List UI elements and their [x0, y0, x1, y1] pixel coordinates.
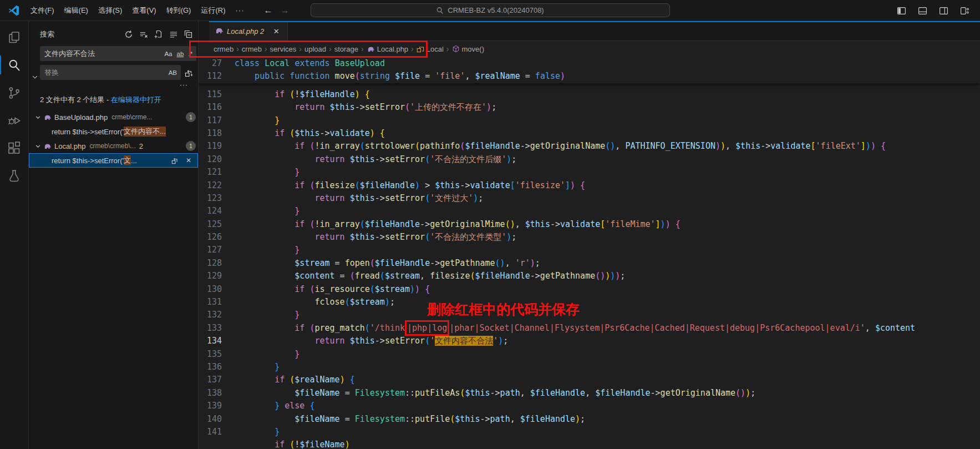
line-number[interactable]: 139	[199, 400, 222, 412]
sticky-scroll[interactable]: 27class Local extends BaseUpload112publi…	[199, 57, 980, 83]
match-case-icon[interactable]: Aa	[163, 49, 174, 58]
code-line-116[interactable]: 116return $this->setError('上传的文件不存在');	[199, 101, 980, 114]
open-in-editor-link[interactable]: 在编辑器中打开	[111, 95, 161, 104]
clear-results-icon[interactable]	[138, 28, 150, 41]
breadcrumb-item-crmeb[interactable]: crmeb	[242, 45, 262, 53]
dismiss-match-icon[interactable]: ✕	[184, 155, 194, 165]
line-number[interactable]: 137	[199, 374, 222, 386]
line-number[interactable]: 112	[199, 70, 222, 83]
line-number[interactable]: 123	[199, 192, 222, 205]
code-line-126[interactable]: 126return $this->setError('不合法的文件类型');	[199, 231, 980, 244]
line-number[interactable]: 126	[199, 231, 222, 244]
line-number[interactable]: 116	[199, 101, 222, 114]
code-line-135[interactable]: 135}	[199, 348, 980, 361]
line-number[interactable]: 140	[199, 413, 222, 426]
line-number[interactable]: 132	[199, 309, 222, 321]
line-number[interactable]: 27	[199, 57, 222, 70]
preserve-case-icon[interactable]: AB	[167, 68, 179, 77]
line-number[interactable]: 118	[199, 127, 222, 140]
code-line-115[interactable]: 115if (!$fileHandle) {	[199, 88, 980, 101]
code-line-118[interactable]: 118if ($this->validate) {	[199, 127, 980, 140]
breadcrumb-item-crmeb[interactable]: crmeb	[214, 45, 233, 53]
line-number[interactable]: 128	[199, 257, 222, 270]
source-control-icon[interactable]	[0, 79, 29, 107]
code-line-122[interactable]: 122if (filesize($fileHandle) > $this->va…	[199, 179, 980, 192]
code-line-121[interactable]: 121}	[199, 166, 980, 179]
whole-word-icon[interactable]: ab	[175, 49, 186, 58]
breadcrumb-item-localphp[interactable]: Local.php	[367, 45, 408, 53]
code-line-123[interactable]: 123return $this->setError('文件过大');	[199, 192, 980, 205]
code-line-132[interactable]: 132}	[199, 309, 980, 321]
toggle-sidebar-icon[interactable]	[893, 3, 909, 18]
code-line-140[interactable]: 140$fileName = Filesystem::putFile($this…	[199, 413, 980, 426]
code-line-133[interactable]: 133if (preg_match('/think|php|log|phar|S…	[199, 322, 980, 335]
code-line-120[interactable]: 120return $this->setError('不合法的文件后缀');	[199, 153, 980, 166]
file-row-baseupload[interactable]: BaseUpload.php crmeb\crme... 1	[29, 110, 198, 124]
code-line-134[interactable]: 134return $this->setError('文件内容不合法');	[199, 335, 980, 347]
tab-local-php[interactable]: Local.php 2 ✕	[209, 21, 288, 41]
line-number[interactable]: 120	[199, 153, 222, 166]
code-line-117[interactable]: 117}	[199, 114, 980, 127]
code-line[interactable]: if (!$fileName)	[199, 438, 980, 449]
line-number[interactable]: 133	[199, 322, 222, 335]
breadcrumb-item-move[interactable]: move()	[452, 45, 484, 53]
code-line-130[interactable]: 130if (is_resource($stream)) {	[199, 283, 980, 296]
search-input[interactable]: 文件内容不合法 Aa ab .*	[40, 46, 196, 61]
line-number[interactable]: 131	[199, 296, 222, 309]
code-lines[interactable]: 115if (!$fileHandle) {116return $this->s…	[199, 83, 980, 449]
breadcrumb-item-services[interactable]: services	[270, 45, 297, 53]
replace-match-icon[interactable]	[170, 155, 180, 165]
customize-layout-icon[interactable]	[957, 3, 972, 18]
line-number[interactable]: 129	[199, 270, 222, 282]
line-number[interactable]	[199, 438, 222, 449]
run-debug-icon[interactable]	[0, 107, 29, 134]
toggle-search-details[interactable]: ···	[40, 80, 196, 89]
line-number[interactable]: 117	[199, 114, 222, 127]
line-number[interactable]: 122	[199, 179, 222, 192]
code-line-128[interactable]: 128$stream = fopen($fileHandle->getPathn…	[199, 257, 980, 270]
code-line-27[interactable]: 27class Local extends BaseUpload	[199, 57, 980, 70]
replace-all-icon[interactable]	[182, 66, 196, 79]
match-row[interactable]: return $this->setError('文件内容不...	[29, 124, 198, 139]
line-number[interactable]: 141	[199, 426, 222, 438]
line-number[interactable]: 136	[199, 361, 222, 374]
breadcrumb-item-local[interactable]: Local	[417, 45, 444, 53]
nav-forward-button[interactable]: →	[280, 6, 289, 16]
chevron-down-icon[interactable]	[33, 142, 42, 150]
menu-more-button[interactable]: ···	[230, 4, 249, 17]
refresh-icon[interactable]	[123, 28, 135, 41]
toggle-secondary-sidebar-icon[interactable]	[936, 3, 951, 18]
file-row-local[interactable]: Local.php crmeb\crmeb\... 2 1	[29, 139, 198, 153]
code-line-124[interactable]: 124}	[199, 205, 980, 218]
code-line-136[interactable]: 136}	[199, 361, 980, 374]
collapse-all-icon[interactable]	[182, 28, 195, 41]
replace-input[interactable]: 替换 AB	[40, 65, 181, 80]
menu-item-5[interactable]: 运行(R)	[196, 4, 230, 17]
menu-item-4[interactable]: 转到(G)	[161, 4, 196, 17]
menu-item-0[interactable]: 文件(F)	[26, 4, 59, 17]
code-area[interactable]: 27class Local extends BaseUpload112publi…	[199, 57, 980, 449]
code-line-127[interactable]: 127}	[199, 244, 980, 256]
line-number[interactable]: 115	[199, 88, 222, 101]
tab-close-icon[interactable]: ✕	[271, 26, 282, 37]
line-number[interactable]: 134	[199, 335, 222, 347]
line-number[interactable]: 135	[199, 348, 222, 361]
menu-item-2[interactable]: 选择(S)	[93, 4, 127, 17]
testing-icon[interactable]	[0, 162, 29, 190]
match-row-selected[interactable]: return $this->setError('文... ✕	[29, 153, 198, 168]
toggle-panel-icon[interactable]	[915, 3, 930, 18]
code-line-119[interactable]: 119if (!in_array(strtolower(pathinfo($fi…	[199, 140, 980, 153]
nav-back-button[interactable]: ←	[263, 6, 272, 16]
regex-icon[interactable]: .*	[186, 49, 194, 58]
view-as-list-icon[interactable]	[167, 28, 180, 41]
code-line-129[interactable]: 129$content = (fread($stream, filesize($…	[199, 270, 980, 282]
menu-item-1[interactable]: 编辑(E)	[59, 4, 93, 17]
line-number[interactable]: 119	[199, 140, 222, 153]
breadcrumb-item-storage[interactable]: storage	[334, 45, 358, 53]
line-number[interactable]: 138	[199, 387, 222, 400]
line-number[interactable]: 130	[199, 283, 222, 296]
line-number[interactable]: 125	[199, 218, 222, 231]
code-line-137[interactable]: 137if ($realName) {	[199, 374, 980, 386]
line-number[interactable]: 124	[199, 205, 222, 218]
new-search-editor-icon[interactable]	[153, 28, 165, 41]
